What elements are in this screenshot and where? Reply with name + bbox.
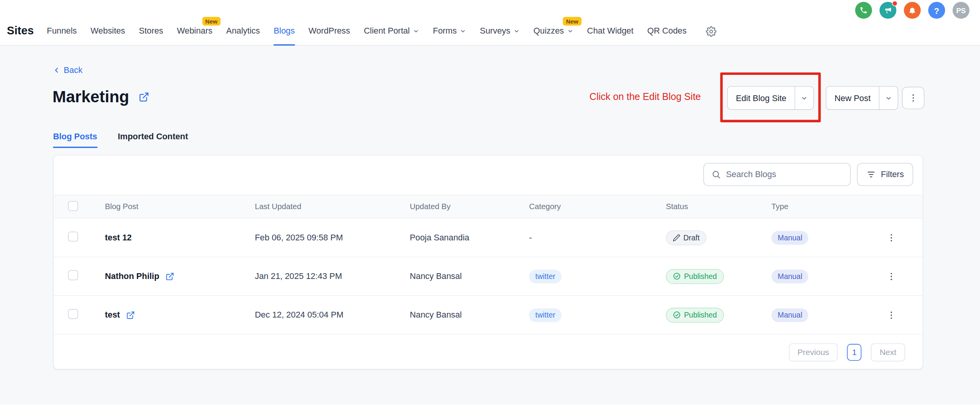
chevron-down-icon[interactable]	[795, 87, 814, 109]
row-checkbox[interactable]	[68, 270, 78, 280]
check-circle-icon	[673, 311, 681, 319]
status-badge: Published	[666, 308, 724, 323]
help-icon[interactable]: ?	[928, 2, 945, 19]
nav-item-label: QR Codes	[647, 26, 687, 35]
nav-item-label: Chat Widget	[587, 26, 633, 35]
bell-icon[interactable]	[904, 2, 921, 19]
row-checkbox[interactable]	[68, 309, 78, 319]
column-header-last-updated: Last Updated	[255, 202, 410, 211]
last-updated-cell: Feb 06, 2025 09:58 PM	[255, 233, 410, 242]
column-header-blog-post: Blog Post	[105, 202, 255, 211]
filters-button[interactable]: Filters	[857, 163, 913, 186]
nav-item-webinars[interactable]: Webinars New	[177, 17, 212, 46]
nav-item-forms[interactable]: Forms	[433, 17, 466, 46]
external-link-icon[interactable]	[126, 311, 135, 319]
nav-item-label: Forms	[433, 26, 457, 35]
search-input[interactable]	[726, 170, 843, 179]
pagination: Previous 1 Next	[54, 335, 922, 362]
nav-item-label: Funnels	[47, 26, 77, 35]
new-badge: New	[563, 17, 582, 26]
content-tabs: Blog Posts Imported Content	[53, 132, 188, 148]
nav-item-quizzes[interactable]: Quizzes New	[534, 17, 573, 46]
chevron-down-icon	[413, 27, 419, 36]
nav-item-qr-codes[interactable]: QR Codes	[647, 17, 687, 46]
annotation-text: Click on the Edit Blog Site	[590, 91, 701, 102]
table-row: test Dec 12, 2024 05:04 PM Nancy Bansal …	[54, 296, 922, 335]
type-badge: Manual	[771, 269, 809, 283]
phone-icon[interactable]	[855, 2, 872, 19]
primary-nav: Funnels Websites Stores Webinars New Ana…	[47, 17, 716, 46]
back-link[interactable]: Back	[53, 66, 83, 75]
edit-blog-site-button[interactable]: Edit Blog Site	[727, 86, 814, 110]
nav-item-label: Client Portal	[364, 26, 410, 35]
megaphone-icon[interactable]	[880, 2, 897, 19]
table-row: Nathon Philip Jan 21, 2025 12:43 PM Nanc…	[54, 257, 922, 296]
chevron-left-icon	[53, 66, 61, 74]
status-badge: Draft	[666, 230, 706, 245]
chevron-down-icon	[460, 27, 466, 36]
next-page-button[interactable]: Next	[871, 343, 905, 362]
tab-imported-content[interactable]: Imported Content	[118, 132, 188, 148]
nav-item-label: Surveys	[480, 26, 510, 35]
nav-item-chat-widget[interactable]: Chat Widget	[587, 17, 633, 46]
row-checkbox[interactable]	[68, 232, 78, 242]
notification-dot	[892, 1, 898, 7]
blog-post-title[interactable]: test 12	[105, 233, 132, 242]
nav-item-label: Quizzes	[534, 26, 564, 35]
nav-item-stores[interactable]: Stores	[139, 17, 163, 46]
filter-icon	[866, 170, 876, 179]
new-post-button[interactable]: New Post	[826, 86, 898, 110]
settings-gear-icon[interactable]	[706, 17, 717, 46]
blog-post-title[interactable]: Nathon Philip	[105, 272, 159, 281]
pencil-icon	[673, 234, 680, 241]
nav-item-wordpress[interactable]: WordPress	[309, 17, 350, 46]
column-header-category: Category	[529, 202, 666, 211]
topbar-utilities: ? PS	[855, 2, 970, 19]
brand-sites[interactable]: Sites	[7, 24, 34, 37]
category-badge: twitter	[529, 269, 561, 283]
external-link-icon[interactable]	[166, 272, 175, 281]
previous-page-button[interactable]: Previous	[789, 343, 838, 362]
nav-item-label: Blogs	[274, 26, 295, 35]
open-blog-site-icon[interactable]	[139, 91, 149, 102]
chevron-down-icon[interactable]	[879, 87, 898, 109]
nav-item-analytics[interactable]: Analytics	[226, 17, 260, 46]
page-number-button[interactable]: 1	[847, 344, 861, 361]
status-label: Published	[684, 272, 717, 281]
nav-item-label: Stores	[139, 26, 163, 35]
tab-blog-posts[interactable]: Blog Posts	[53, 132, 97, 148]
category-badge: twitter	[529, 308, 561, 322]
nav-item-funnels[interactable]: Funnels	[47, 17, 77, 46]
column-header-updated-by: Updated By	[410, 202, 529, 211]
avatar[interactable]: PS	[953, 2, 970, 19]
title-row: Marketing	[53, 86, 149, 107]
check-circle-icon	[673, 272, 681, 280]
filters-label: Filters	[881, 170, 904, 179]
search-icon	[712, 170, 721, 179]
row-more-options-button[interactable]	[883, 230, 899, 245]
status-label: Draft	[683, 233, 700, 242]
row-more-options-button[interactable]	[883, 308, 899, 323]
table-header-row: Blog Post Last Updated Updated By Catego…	[54, 195, 922, 218]
updated-by-cell: Nancy Bansal	[410, 272, 529, 281]
nav-item-websites[interactable]: Websites	[91, 17, 125, 46]
new-badge: New	[202, 17, 220, 26]
status-badge: Published	[666, 269, 724, 284]
kebab-icon	[908, 93, 918, 103]
new-post-label: New Post	[826, 87, 879, 109]
category-cell: -	[529, 233, 532, 242]
nav-item-client-portal[interactable]: Client Portal	[364, 17, 419, 46]
row-more-options-button[interactable]	[883, 269, 899, 284]
blog-post-title[interactable]: test	[105, 310, 120, 319]
avatar-initials: PS	[956, 7, 966, 14]
blog-posts-card: Filters Blog Post Last Updated Updated B…	[53, 155, 923, 369]
nav-item-blogs[interactable]: Blogs	[274, 17, 295, 46]
search-box	[704, 163, 851, 186]
nav-item-surveys[interactable]: Surveys	[480, 17, 520, 46]
select-all-checkbox[interactable]	[68, 201, 78, 211]
page-more-options-button[interactable]	[902, 87, 924, 109]
edit-blog-site-label: Edit Blog Site	[728, 87, 795, 109]
help-glyph: ?	[934, 5, 939, 15]
updated-by-cell: Pooja Sanandia	[410, 233, 529, 242]
back-label: Back	[64, 66, 83, 75]
